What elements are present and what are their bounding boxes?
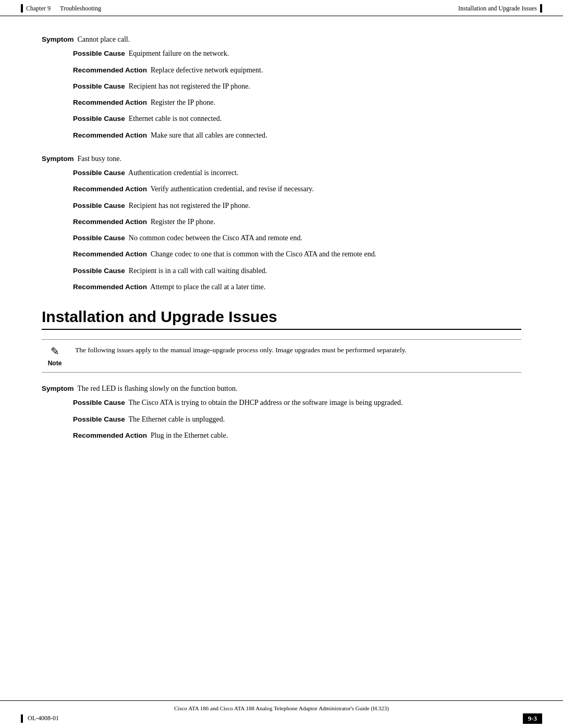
label-recommended-action-6: Recommended Action [73,250,147,258]
label-recommended-action-5: Recommended Action [73,218,147,226]
entry-recommended-action-8: Recommended Action Plug in the Ethernet … [73,430,521,441]
text-recommended-action-1: Replace defective network equipment. [151,66,263,74]
text-possible-cause-5: Recipient has not registered the IP phon… [129,202,250,209]
label-possible-cause-3: Possible Cause [73,115,125,122]
entry-possible-cause-8: Possible Cause The Cisco ATA is trying t… [73,397,521,408]
entry-recommended-action-7: Recommended Action Attempt to place the … [73,281,521,292]
entry-possible-cause-4: Possible Cause Authentication credential… [73,167,521,178]
symptom-label-2: Symptom [42,155,74,163]
entry-possible-cause-3: Possible Cause Ethernet cable is not con… [73,113,521,124]
note-label: Note [48,360,62,367]
label-possible-cause-1: Possible Cause [73,50,125,57]
entry-recommended-action-6: Recommended Action Change codec to one t… [73,249,521,260]
label-recommended-action-1: Recommended Action [73,66,147,74]
pencil-icon: ✎ [51,345,59,357]
note-icon-col: ✎ Note [42,345,68,367]
footer-bar-left [21,714,23,723]
header-left: Chapter 9 Troubleshooting [21,4,101,13]
symptom-label-3: Symptom [42,385,74,392]
symptom-cannot-place-call: Symptom Cannot place call. [42,34,521,45]
entry-possible-cause-6: Possible Cause No common codec between t… [73,232,521,243]
page-header: Chapter 9 Troubleshooting Installation a… [0,0,563,16]
header-section: Troubleshooting [60,5,101,13]
label-possible-cause-9: Possible Cause [73,415,125,423]
label-recommended-action-4: Recommended Action [73,185,147,193]
text-recommended-action-3: Make sure that all cables are connected. [151,131,267,139]
header-right: Installation and Upgrade Issues [458,4,542,13]
label-possible-cause-7: Possible Cause [73,267,125,275]
text-possible-cause-2: Recipient has not registered the IP phon… [129,82,250,90]
entry-possible-cause-1: Possible Cause Equipment failure on the … [73,48,521,59]
header-right-title: Installation and Upgrade Issues [458,5,537,13]
text-recommended-action-6: Change codec to one that is common with … [151,250,376,258]
header-bar-right [540,4,542,13]
symptom-text-3: The red LED is flashing slowly on the fu… [77,385,237,392]
symptom-text-2: Fast busy tone. [78,155,121,163]
entry-recommended-action-1: Recommended Action Replace defective net… [73,65,521,76]
label-possible-cause-4: Possible Cause [73,169,125,177]
symptom-label-1: Symptom [42,35,74,43]
text-recommended-action-5: Register the IP phone. [151,218,215,226]
footer-left: OL-4008-01 [21,714,59,723]
entry-possible-cause-5: Possible Cause Recipient has not registe… [73,200,521,211]
label-possible-cause-8: Possible Cause [73,399,125,406]
text-recommended-action-8: Plug in the Ethernet cable. [151,431,228,439]
text-possible-cause-3: Ethernet cable is not connected. [129,115,222,122]
entry-possible-cause-2: Possible Cause Recipient has not registe… [73,81,521,92]
header-chapter: Chapter 9 [26,5,51,13]
header-bar-left [21,4,23,13]
entry-recommended-action-5: Recommended Action Register the IP phone… [73,216,521,227]
text-possible-cause-9: The Ethernet cable is unplugged. [129,415,225,423]
entry-recommended-action-4: Recommended Action Verify authentication… [73,183,521,194]
label-possible-cause-5: Possible Cause [73,202,125,209]
label-recommended-action-2: Recommended Action [73,98,147,106]
page-footer: Cisco ATA 186 and Cisco ATA 188 Analog T… [0,700,563,728]
text-recommended-action-7: Attempt to place the call at a later tim… [150,283,265,291]
text-possible-cause-1: Equipment failure on the network. [129,50,229,57]
symptom-text-1: Cannot place call. [78,35,130,43]
symptom-red-led: Symptom The red LED is flashing slowly o… [42,383,521,394]
note-box: ✎ Note The following issues apply to the… [42,339,521,373]
entry-recommended-action-3: Recommended Action Make sure that all ca… [73,130,521,141]
footer-center-text: Cisco ATA 186 and Cisco ATA 188 Analog T… [21,705,542,711]
entry-possible-cause-7: Possible Cause Recipient is in a call wi… [73,265,521,276]
label-possible-cause-2: Possible Cause [73,82,125,90]
section-heading-installation: Installation and Upgrade Issues [42,308,521,330]
text-possible-cause-4: Authentication credential is incorrect. [128,169,238,177]
text-possible-cause-8: The Cisco ATA is trying to obtain the DH… [129,399,403,406]
main-content: Symptom Cannot place call. Possible Caus… [0,16,563,700]
label-recommended-action-7: Recommended Action [73,283,147,291]
text-recommended-action-2: Register the IP phone. [151,98,215,106]
label-recommended-action-3: Recommended Action [73,131,147,139]
symptom-fast-busy-tone: Symptom Fast busy tone. [42,153,521,164]
text-possible-cause-6: No common codec between the Cisco ATA an… [129,234,302,242]
entry-recommended-action-2: Recommended Action Register the IP phone… [73,97,521,108]
footer-ol-number: OL-4008-01 [28,714,59,722]
label-recommended-action-8: Recommended Action [73,431,147,439]
entry-possible-cause-9: Possible Cause The Ethernet cable is unp… [73,414,521,425]
note-text: The following issues apply to the manual… [75,345,521,355]
footer-page-number: 9-3 [523,713,542,724]
text-recommended-action-4: Verify authentication credential, and re… [151,185,314,193]
label-possible-cause-6: Possible Cause [73,234,125,242]
text-possible-cause-7: Recipient is in a call with call waiting… [129,267,267,275]
footer-bottom: OL-4008-01 9-3 [21,713,542,724]
page-container: Chapter 9 Troubleshooting Installation a… [0,0,563,728]
